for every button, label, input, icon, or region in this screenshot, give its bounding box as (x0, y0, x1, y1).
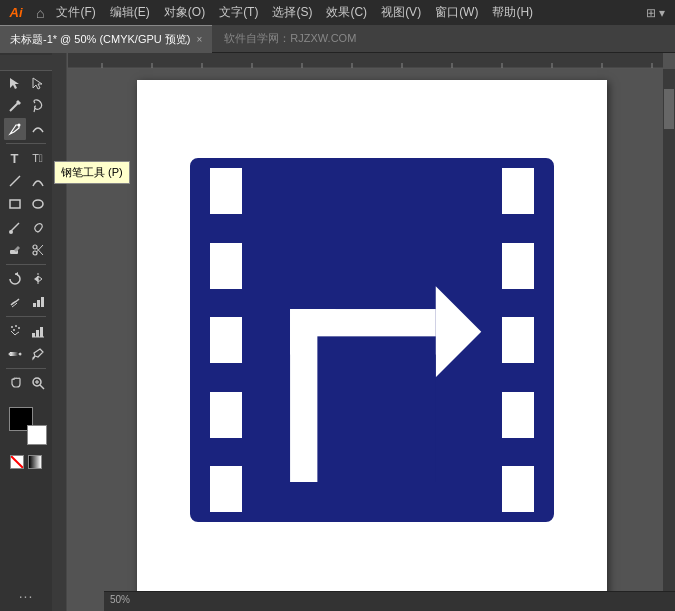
menu-object[interactable]: 对象(O) (158, 2, 211, 23)
svg-point-24 (15, 325, 17, 327)
dash (502, 168, 534, 214)
lasso-tools (0, 95, 52, 117)
workspace-switcher[interactable]: ⊞ ▾ (646, 6, 665, 20)
app-icon: ⌂ (36, 5, 44, 21)
document-canvas (137, 80, 607, 600)
gradient-tools (0, 343, 52, 365)
magic-wand-tool[interactable] (4, 95, 26, 117)
dash (502, 392, 534, 438)
line-tools (0, 170, 52, 192)
menu-edit[interactable]: 编辑(E) (104, 2, 156, 23)
lasso-tool[interactable] (27, 95, 49, 117)
tab-title: 未标题-1* @ 50% (CMYK/GPU 预览) (10, 32, 190, 47)
vertical-ruler (52, 53, 68, 611)
foreground-background-swatches[interactable] (9, 407, 43, 441)
hand-tool[interactable] (4, 372, 26, 394)
warp-tools (0, 291, 52, 313)
arc-tool[interactable] (27, 170, 49, 192)
paint-tools (0, 216, 52, 238)
dash (502, 243, 534, 289)
dash (210, 243, 242, 289)
type-tools: T T⃝ (0, 147, 52, 169)
divider-4 (6, 368, 46, 369)
dash (502, 466, 534, 512)
pen-tool[interactable] (4, 118, 26, 140)
vertical-scrollbar[interactable] (663, 69, 675, 591)
tab-close-button[interactable]: × (196, 34, 202, 45)
svg-marker-16 (15, 272, 18, 276)
ellipse-tool[interactable] (27, 193, 49, 215)
background-color[interactable] (27, 425, 47, 445)
column-graph-tool[interactable] (27, 320, 49, 342)
direct-selection-tool[interactable] (27, 72, 49, 94)
svg-rect-55 (317, 336, 435, 482)
divider-2 (6, 264, 46, 265)
symbol-sprayer-tool[interactable] (4, 320, 26, 342)
svg-line-35 (40, 385, 44, 389)
curvature-tool[interactable] (27, 118, 49, 140)
menu-bar: Ai ⌂ 文件(F) 编辑(E) 对象(O) 文字(T) 选择(S) 效果(C)… (0, 0, 675, 25)
menu-help[interactable]: 帮助(H) (486, 2, 539, 23)
dash (502, 317, 534, 363)
svg-rect-21 (37, 300, 40, 307)
line-tool[interactable] (4, 170, 26, 192)
tab-bar: 未标题-1* @ 50% (CMYK/GPU 预览) × 软件自学网：RJZXW… (0, 25, 675, 53)
svg-point-25 (18, 327, 20, 329)
perspective-tools (0, 268, 52, 290)
symbol-tools (0, 320, 52, 342)
gradient-tool[interactable] (4, 343, 26, 365)
svg-rect-7 (10, 200, 20, 208)
divider-1 (6, 143, 46, 144)
type-tool[interactable]: T (4, 147, 26, 169)
dash (210, 317, 242, 363)
svg-rect-27 (32, 333, 35, 337)
zoom-tool[interactable] (27, 372, 49, 394)
svg-point-8 (33, 200, 43, 208)
scrollbar-thumb[interactable] (664, 89, 674, 129)
eyedropper-tool[interactable] (27, 343, 49, 365)
left-dashes (210, 158, 242, 522)
gradient-swatch[interactable] (28, 455, 42, 469)
pen-tools (0, 118, 52, 140)
menu-text[interactable]: 文字(T) (213, 2, 264, 23)
svg-line-2 (10, 103, 18, 111)
menu-select[interactable]: 选择(S) (266, 2, 318, 23)
menu-effect[interactable]: 效果(C) (320, 2, 373, 23)
warp-tool[interactable] (4, 291, 26, 313)
active-tab[interactable]: 未标题-1* @ 50% (CMYK/GPU 预览) × (0, 25, 212, 53)
svg-point-32 (8, 353, 11, 356)
svg-point-26 (13, 329, 15, 331)
more-tools-button[interactable]: ... (15, 581, 38, 605)
rectangle-tool[interactable] (4, 193, 26, 215)
dash (210, 168, 242, 214)
right-dashes (502, 158, 534, 522)
horizontal-ruler (52, 53, 663, 69)
swatch-options (10, 455, 42, 469)
no-color-swatch[interactable] (10, 455, 24, 469)
eraser-tools (0, 239, 52, 261)
svg-line-6 (10, 176, 20, 186)
reflect-tool[interactable] (27, 268, 49, 290)
svg-marker-54 (435, 286, 481, 377)
svg-rect-20 (33, 303, 36, 307)
svg-rect-22 (41, 297, 44, 307)
touch-type-tool[interactable]: T⃝ (27, 147, 49, 169)
menu-window[interactable]: 窗口(W) (429, 2, 484, 23)
svg-line-4 (34, 108, 35, 112)
selection-tool[interactable] (4, 72, 26, 94)
watermark-text: 软件自学网：RJZXW.COM (224, 31, 356, 46)
scissors-tool[interactable] (27, 239, 49, 261)
paintbrush-tool[interactable] (4, 216, 26, 238)
menu-view[interactable]: 视图(V) (375, 2, 427, 23)
rotate-tool[interactable] (4, 268, 26, 290)
blob-brush-tool[interactable] (27, 216, 49, 238)
svg-rect-28 (36, 330, 39, 337)
status-text: 50% (104, 594, 130, 605)
ai-logo: Ai (4, 1, 28, 25)
direction-arrow (260, 218, 484, 482)
menu-file[interactable]: 文件(F) (50, 2, 101, 23)
selection-tools (0, 72, 52, 94)
eraser-tool[interactable] (4, 239, 26, 261)
svg-marker-1 (33, 78, 42, 89)
graph-tool[interactable] (27, 291, 49, 313)
